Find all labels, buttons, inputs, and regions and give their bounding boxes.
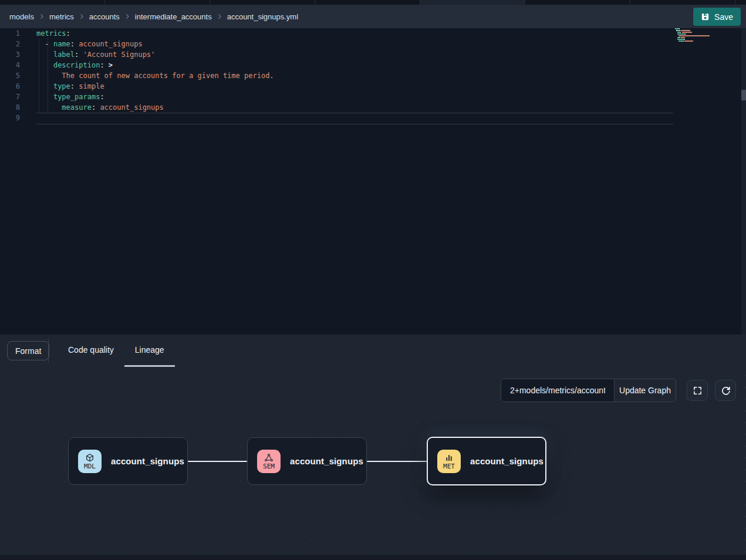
metric-badge: MET bbox=[437, 450, 461, 473]
line-number: 1 bbox=[0, 28, 20, 39]
lineage-edge bbox=[367, 461, 427, 462]
indent-guide bbox=[48, 39, 48, 113]
editor-tab[interactable] bbox=[735, 0, 746, 5]
code-line[interactable]: 3 label: 'Account Signups' bbox=[0, 49, 746, 60]
panel-tabs: Code quality Lineage bbox=[58, 335, 175, 370]
cube-icon bbox=[85, 453, 94, 463]
node-label: account_signups bbox=[470, 456, 544, 466]
breadcrumb-item-filename[interactable]: account_signups.yml bbox=[227, 12, 298, 21]
chevron-right-icon bbox=[216, 13, 223, 20]
refresh-button[interactable] bbox=[715, 380, 736, 401]
bottom-panel: Format Code quality Lineage Update Graph bbox=[0, 335, 746, 560]
code-line[interactable]: 8 measure: account_signups bbox=[0, 102, 746, 113]
lineage-node-model[interactable]: MDL account_signups bbox=[68, 437, 188, 485]
chevron-right-icon bbox=[78, 13, 85, 20]
editor-scrollbar[interactable] bbox=[741, 28, 746, 335]
semantic-network-icon bbox=[264, 453, 274, 463]
chevron-right-icon bbox=[38, 13, 45, 20]
editor-tab[interactable] bbox=[105, 0, 210, 5]
code-line[interactable]: 9 bbox=[0, 113, 746, 123]
node-label: account_signups bbox=[111, 456, 184, 466]
badge-label: SEM bbox=[263, 463, 275, 470]
editor-tab[interactable] bbox=[525, 0, 630, 5]
save-icon bbox=[701, 12, 710, 21]
panel-tabbar: Format Code quality Lineage bbox=[0, 335, 746, 370]
line-number: 6 bbox=[0, 81, 20, 92]
line-number: 8 bbox=[0, 102, 20, 113]
breadcrumb: models metrics accounts intermediate_acc… bbox=[9, 12, 298, 21]
update-graph-button[interactable]: Update Graph bbox=[614, 379, 676, 402]
lineage-edge bbox=[188, 461, 247, 462]
tab-lineage[interactable]: Lineage bbox=[124, 335, 175, 367]
line-number: 9 bbox=[0, 113, 20, 123]
indent-guide bbox=[39, 39, 39, 113]
refresh-icon bbox=[721, 386, 731, 396]
code-line[interactable]: 6 type: simple bbox=[0, 81, 746, 92]
breadcrumb-item-accounts[interactable]: accounts bbox=[89, 12, 120, 21]
canvas-bottom-strip bbox=[0, 555, 746, 560]
editor-tab[interactable] bbox=[0, 0, 105, 5]
lineage-canvas[interactable]: Update Graph bbox=[0, 370, 746, 560]
badge-label: MET bbox=[443, 463, 455, 470]
bar-chart-icon bbox=[444, 453, 454, 463]
breadcrumb-item-metrics[interactable]: metrics bbox=[49, 12, 74, 21]
editor-tab-active[interactable] bbox=[420, 0, 525, 5]
code-lines: 1metrics:2 - name: account_signups3 labe… bbox=[0, 28, 746, 123]
semantic-badge: SEM bbox=[257, 450, 281, 473]
breadcrumb-item-models[interactable]: models bbox=[9, 12, 34, 21]
tabbar-divider bbox=[48, 339, 49, 363]
code-line[interactable]: 5 The count of new accounts for a given … bbox=[0, 70, 746, 81]
code-line[interactable]: 1metrics: bbox=[0, 28, 746, 39]
editor-scrollbar-thumb[interactable] bbox=[741, 90, 746, 100]
editor-tab[interactable] bbox=[315, 0, 420, 5]
code-line[interactable]: 2 - name: account_signups bbox=[0, 39, 746, 49]
ide-window: models metrics accounts intermediate_acc… bbox=[0, 0, 746, 560]
line-number: 7 bbox=[0, 92, 20, 102]
lineage-node-metric[interactable]: MET account_signups bbox=[427, 437, 546, 485]
save-button[interactable]: Save bbox=[693, 8, 741, 26]
fullscreen-icon bbox=[693, 386, 703, 396]
breadcrumb-item-intermediate-accounts[interactable]: intermediate_accounts bbox=[135, 12, 212, 21]
line-number: 3 bbox=[0, 49, 20, 60]
code-line[interactable]: 4 description: > bbox=[0, 60, 746, 70]
line-number: 5 bbox=[0, 70, 20, 81]
fullscreen-button[interactable] bbox=[687, 380, 708, 401]
lineage-selector-input[interactable] bbox=[501, 379, 614, 402]
editor-tab[interactable] bbox=[210, 0, 315, 5]
minimap[interactable] bbox=[675, 28, 711, 44]
lineage-selector-group: Update Graph bbox=[501, 379, 676, 402]
format-button[interactable]: Format bbox=[7, 341, 49, 360]
line-number: 4 bbox=[0, 60, 20, 70]
tab-code-quality[interactable]: Code quality bbox=[58, 335, 124, 367]
node-label: account_signups bbox=[290, 456, 363, 466]
editor-tab-strip bbox=[0, 0, 746, 5]
chevron-right-icon bbox=[124, 13, 131, 20]
model-badge: MDL bbox=[78, 450, 102, 473]
lineage-node-semantic-model[interactable]: SEM account_signups bbox=[247, 437, 367, 485]
badge-label: MDL bbox=[84, 463, 96, 470]
code-editor[interactable]: 1metrics:2 - name: account_signups3 labe… bbox=[0, 28, 746, 335]
code-line[interactable]: 7 type_params: bbox=[0, 92, 746, 102]
breadcrumb-bar: models metrics accounts intermediate_acc… bbox=[0, 5, 746, 28]
line-number: 2 bbox=[0, 39, 20, 49]
editor-tab[interactable] bbox=[630, 0, 735, 5]
save-button-label: Save bbox=[714, 12, 733, 22]
